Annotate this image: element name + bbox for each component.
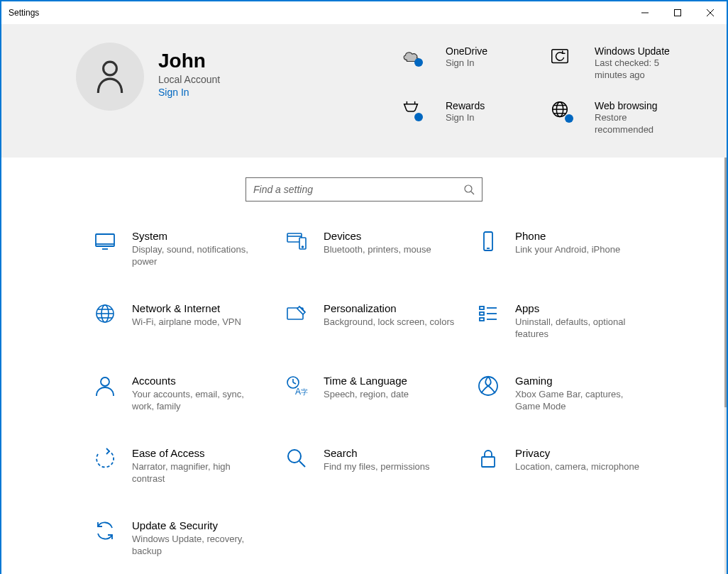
svg-rect-33: [480, 318, 484, 321]
account-type: Local Account: [158, 74, 220, 85]
accounts-icon: [94, 375, 122, 403]
cat-title: Network & Internet: [132, 302, 241, 314]
cat-sub: Find my files, permissions: [324, 460, 430, 473]
tile-windows-update[interactable]: Windows Update Last checked: 5 minutes a…: [549, 45, 698, 82]
globe-icon: [549, 100, 585, 128]
scrollbar[interactable]: [724, 158, 727, 574]
svg-line-14: [471, 192, 474, 194]
cat-sub: Narrator, magnifier, high contrast: [132, 460, 264, 485]
svg-point-21: [302, 246, 304, 248]
svg-text:A: A: [295, 387, 301, 397]
gaming-icon: [477, 375, 505, 403]
system-icon: [94, 230, 122, 258]
svg-point-13: [465, 185, 472, 192]
svg-point-44: [288, 450, 301, 463]
svg-rect-46: [482, 457, 495, 467]
cat-sub: Uninstall, defaults, optional features: [515, 316, 647, 341]
cat-title: Devices: [324, 230, 431, 242]
cat-network[interactable]: Network & InternetWi-Fi, airplane mode, …: [94, 302, 285, 341]
update-icon: [549, 45, 585, 74]
user-block: John Local Account Sign In: [158, 43, 220, 98]
cat-personalization[interactable]: PersonalizationBackground, lock screen, …: [285, 302, 477, 341]
svg-point-37: [101, 377, 109, 386]
svg-line-40: [293, 382, 296, 384]
personalization-icon: [285, 302, 314, 331]
cat-title: Apps: [515, 302, 647, 314]
cat-sub: Location, camera, microphone: [515, 460, 639, 473]
cat-sub: Wi-Fi, airplane mode, VPN: [132, 316, 241, 329]
cat-search[interactable]: SearchFind my files, permissions: [285, 447, 477, 485]
cat-sub: Your accounts, email, sync, work, family: [132, 388, 264, 413]
cat-title: Search: [324, 447, 430, 459]
rewards-icon: [400, 100, 436, 128]
cat-devices[interactable]: DevicesBluetooth, printers, mouse: [285, 230, 477, 268]
update-security-icon: [94, 519, 122, 548]
cat-privacy[interactable]: PrivacyLocation, camera, microphone: [477, 447, 668, 485]
tile-rewards[interactable]: Rewards Sign In: [400, 100, 549, 136]
tile-title: Rewards: [446, 100, 485, 111]
cat-title: Gaming: [515, 375, 647, 387]
status-tiles: OneDrive Sign In Windows Update Last che…: [400, 43, 698, 136]
devices-icon: [285, 230, 314, 258]
tile-title: OneDrive: [446, 45, 487, 57]
search-box[interactable]: [246, 177, 482, 202]
cat-gaming[interactable]: GamingXbox Game Bar, captures, Game Mode: [477, 375, 668, 413]
cat-sub: Windows Update, recovery, backup: [132, 533, 264, 558]
search-icon: [463, 184, 475, 195]
cloud-icon: [400, 45, 436, 74]
cat-sub: Link your Android, iPhone: [515, 243, 620, 256]
cat-title: Time & Language: [324, 375, 409, 387]
cat-phone[interactable]: PhoneLink your Android, iPhone: [477, 230, 668, 268]
account-header: John Local Account Sign In OneDrive Sign…: [1, 24, 727, 158]
category-grid: SystemDisplay, sound, notifications, pow…: [1, 230, 727, 574]
tile-sub: Sign In: [446, 57, 487, 70]
tile-title: Windows Update: [595, 45, 680, 57]
phone-icon: [477, 230, 505, 258]
sign-in-link[interactable]: Sign In: [158, 87, 220, 98]
lock-icon: [477, 447, 505, 475]
svg-rect-31: [480, 307, 484, 309]
cat-title: Ease of Access: [132, 447, 264, 459]
cat-ease-of-access[interactable]: Ease of AccessNarrator, magnifier, high …: [94, 447, 285, 485]
avatar: [76, 43, 144, 111]
cat-title: Privacy: [515, 447, 639, 459]
user-name: John: [158, 50, 220, 72]
search-input[interactable]: [253, 184, 463, 195]
cat-accounts[interactable]: AccountsYour accounts, email, sync, work…: [94, 375, 285, 413]
maximize-button[interactable]: [661, 1, 694, 24]
time-language-icon: A字: [285, 375, 314, 403]
globe-icon: [94, 302, 122, 331]
cat-update-security[interactable]: Update & SecurityWindows Update, recover…: [94, 519, 285, 558]
cat-title: System: [132, 230, 264, 242]
window-title: Settings: [1, 8, 39, 18]
cat-sub: Xbox Game Bar, captures, Game Mode: [515, 388, 647, 413]
cat-title: Personalization: [324, 302, 454, 314]
tile-title: Web browsing: [595, 100, 680, 111]
svg-point-4: [104, 62, 117, 75]
close-button[interactable]: [694, 1, 727, 24]
minimize-button[interactable]: [629, 1, 661, 24]
svg-text:字: 字: [301, 388, 308, 396]
ease-of-access-icon: [94, 447, 122, 475]
cat-title: Update & Security: [132, 519, 264, 531]
cat-sub: Background, lock screen, colors: [324, 316, 454, 329]
svg-rect-1: [675, 10, 681, 16]
cat-title: Accounts: [132, 375, 264, 387]
titlebar: Settings: [1, 1, 727, 24]
tile-sub: Restore recommended: [595, 112, 680, 136]
svg-rect-32: [480, 312, 484, 315]
cat-title: Phone: [515, 230, 620, 242]
search-row: [1, 158, 727, 230]
cat-sub: Bluetooth, printers, mouse: [324, 243, 431, 256]
settings-window: Settings John Local Account Sign In: [1, 1, 727, 574]
tile-web-browsing[interactable]: Web browsing Restore recommended: [549, 100, 698, 136]
cat-system[interactable]: SystemDisplay, sound, notifications, pow…: [94, 230, 285, 268]
cat-time-language[interactable]: A字 Time & LanguageSpeech, region, date: [285, 375, 477, 413]
tile-onedrive[interactable]: OneDrive Sign In: [400, 45, 549, 82]
cat-apps[interactable]: AppsUninstall, defaults, optional featur…: [477, 302, 668, 341]
tile-sub: Sign In: [446, 112, 485, 124]
content: SystemDisplay, sound, notifications, pow…: [1, 158, 727, 574]
search-icon: [285, 447, 314, 475]
cat-sub: Display, sound, notifications, power: [132, 243, 264, 268]
apps-icon: [477, 302, 505, 331]
